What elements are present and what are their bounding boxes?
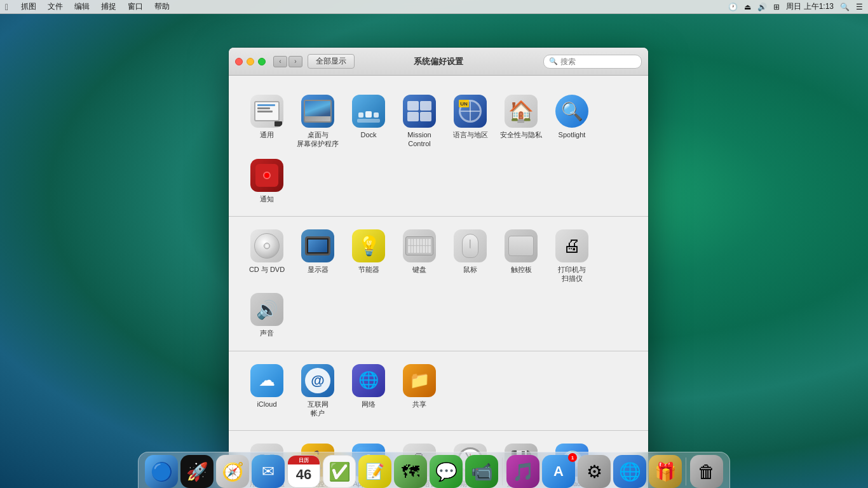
dock-gift[interactable]: 🎁 bbox=[649, 455, 682, 488]
menu-help[interactable]: 帮助 bbox=[149, 0, 175, 14]
dock-notes[interactable]: 📝 bbox=[358, 455, 391, 488]
appstore-dock-icon: A 1 bbox=[542, 455, 575, 488]
pref-trackpad[interactable]: 触控板 bbox=[496, 224, 546, 288]
prefs-grid-personal: 通用 桌面与 屏幕保护程序 bbox=[241, 90, 635, 208]
dock-browser[interactable]: 🌐 bbox=[613, 455, 646, 488]
desktop:  抓图 文件 编辑 捕捉 窗口 帮助 🕐 ⏏ 🔊 ⊞ 周日 上午1:13 🔍 … bbox=[0, 0, 868, 488]
timemachine-menu-icon[interactable]: 🕐 bbox=[728, 3, 738, 11]
pref-spotlight[interactable]: 🔍 Spotlight bbox=[546, 90, 597, 154]
dock-launchpad[interactable]: 🚀 bbox=[180, 455, 214, 488]
dock-facetime[interactable]: 📹 bbox=[465, 455, 498, 488]
minimize-button[interactable] bbox=[247, 58, 254, 65]
pref-keyboard[interactable]: 键盘 bbox=[394, 224, 445, 288]
browser-dock-icon: 🌐 bbox=[613, 455, 646, 488]
dock-itunes[interactable]: 🎵 bbox=[506, 455, 539, 488]
dock-sysprefs[interactable]: ⚙ bbox=[578, 455, 611, 488]
search-input[interactable] bbox=[560, 57, 636, 66]
show-all-button[interactable]: 全部显示 bbox=[308, 54, 355, 69]
spotlight-label: Spotlight bbox=[559, 130, 586, 139]
pref-notification[interactable]: 通知 bbox=[241, 154, 292, 208]
sharing-icon: 📁 bbox=[403, 364, 436, 397]
eject-menu-icon[interactable]: ⏏ bbox=[744, 3, 751, 11]
dock-separator-2 bbox=[686, 458, 686, 485]
dock-maps[interactable]: 🗺 bbox=[394, 455, 427, 488]
pref-icloud[interactable]: ☁ iCloud bbox=[241, 359, 292, 423]
menu-capture[interactable]: 抓图 bbox=[16, 0, 41, 14]
dock-icon-pref bbox=[352, 95, 385, 128]
datetime-display: 周日 上午1:13 bbox=[786, 1, 834, 12]
dock-label: Dock bbox=[360, 130, 376, 139]
pref-mouse[interactable]: 鼠标 bbox=[445, 224, 496, 288]
maximize-button[interactable] bbox=[258, 58, 266, 65]
icloud-icon: ☁ bbox=[250, 364, 283, 397]
pref-language[interactable]: UN 语言与地区 bbox=[445, 90, 496, 154]
spotlight-icon: 🔍 bbox=[555, 95, 588, 128]
mail-icon: ✉ bbox=[252, 455, 285, 488]
language-icon: UN bbox=[454, 95, 487, 128]
back-button[interactable]: ‹ bbox=[273, 56, 287, 67]
section-personal: 通用 桌面与 屏幕保护程序 bbox=[229, 82, 648, 217]
facetime-icon: 📹 bbox=[465, 455, 498, 488]
menu-capture2[interactable]: 捕捉 bbox=[96, 0, 121, 14]
notification-menu-icon[interactable]: ☰ bbox=[856, 3, 863, 11]
pref-desktop[interactable]: 桌面与 屏幕保护程序 bbox=[292, 90, 343, 154]
sound-icon: 🔊 bbox=[250, 293, 283, 326]
keyboard-label: 键盘 bbox=[412, 265, 426, 274]
security-icon: 🏠 bbox=[505, 95, 538, 128]
internet-accounts-label: 互联网 帐户 bbox=[308, 400, 329, 418]
dock-messages[interactable]: 💬 bbox=[430, 455, 463, 488]
pref-mission[interactable]: Mission Control bbox=[394, 90, 445, 154]
pref-general[interactable]: 通用 bbox=[241, 90, 292, 154]
dock-finder[interactable]: 🔵 bbox=[145, 455, 178, 488]
menu-edit[interactable]: 编辑 bbox=[69, 0, 95, 14]
menu-items: 抓图 文件 编辑 捕捉 窗口 帮助 bbox=[16, 0, 728, 14]
section-hardware: CD 与 DVD 显示器 💡 bbox=[229, 217, 648, 351]
pref-cd[interactable]: CD 与 DVD bbox=[241, 224, 292, 288]
pref-security[interactable]: 🏠 安全性与隐私 bbox=[496, 90, 546, 154]
forward-button[interactable]: › bbox=[288, 56, 302, 67]
monitor-label: 显示器 bbox=[308, 265, 329, 274]
pref-monitor[interactable]: 显示器 bbox=[292, 224, 343, 288]
search-bar[interactable]: 🔍 bbox=[543, 55, 642, 69]
section-internet: ☁ iCloud @ 互联网 帐户 🌐 bbox=[229, 351, 648, 431]
dock-mail[interactable]: ✉ bbox=[252, 455, 285, 488]
dock-appstore[interactable]: A 1 bbox=[542, 455, 575, 488]
icloud-label: iCloud bbox=[257, 400, 276, 409]
dock-trash[interactable]: 🗑 bbox=[690, 455, 723, 488]
dock-safari[interactable]: 🧭 bbox=[216, 455, 249, 488]
network-label: 网络 bbox=[362, 400, 376, 409]
pref-dock[interactable]: Dock bbox=[343, 90, 394, 154]
nav-buttons: ‹ › bbox=[273, 56, 302, 67]
mouse-icon bbox=[454, 229, 487, 262]
printer-label: 打印机与 扫描仪 bbox=[558, 265, 586, 283]
pref-network[interactable]: 🌐 网络 bbox=[343, 359, 394, 423]
dock: 🔵 🚀 🧭 ✉ 日历 46 bbox=[138, 452, 730, 488]
sysprefs-dock-icon: ⚙ bbox=[578, 455, 611, 488]
pref-internet-accounts[interactable]: @ 互联网 帐户 bbox=[292, 359, 343, 423]
pref-sharing[interactable]: 📁 共享 bbox=[394, 359, 445, 423]
desktop-label: 桌面与 屏幕保护程序 bbox=[297, 130, 339, 149]
close-button[interactable] bbox=[235, 58, 243, 65]
itunes-icon: 🎵 bbox=[506, 455, 539, 488]
maps-icon: 🗺 bbox=[394, 455, 427, 488]
dock-calendar[interactable]: 日历 46 bbox=[287, 455, 320, 488]
pref-sound[interactable]: 🔊 声音 bbox=[241, 288, 292, 342]
volume-menu-icon[interactable]: 🔊 bbox=[757, 3, 767, 11]
window-title: 系统偏好设置 bbox=[414, 56, 463, 67]
safari-icon: 🧭 bbox=[216, 455, 249, 488]
menu-file[interactable]: 文件 bbox=[43, 0, 68, 14]
launchpad-icon: 🚀 bbox=[180, 455, 214, 488]
menu-window[interactable]: 窗口 bbox=[123, 0, 148, 14]
grid-menu-icon[interactable]: ⊞ bbox=[773, 3, 780, 11]
pref-energy[interactable]: 💡 节能器 bbox=[343, 224, 394, 288]
sound-label: 声音 bbox=[260, 329, 274, 337]
dock-reminders[interactable]: ✅ bbox=[323, 455, 356, 488]
traffic-lights bbox=[235, 58, 266, 65]
messages-icon: 💬 bbox=[430, 455, 463, 488]
pref-printer[interactable]: 🖨 打印机与 扫描仪 bbox=[546, 224, 597, 288]
trackpad-label: 触控板 bbox=[511, 265, 532, 274]
spotlight-search-icon[interactable]: 🔍 bbox=[840, 3, 850, 11]
apple-logo-icon[interactable]:  bbox=[5, 2, 8, 12]
window-titlebar: ‹ › 全部显示 系统偏好设置 🔍 bbox=[229, 48, 648, 76]
monitor-icon bbox=[301, 229, 334, 262]
